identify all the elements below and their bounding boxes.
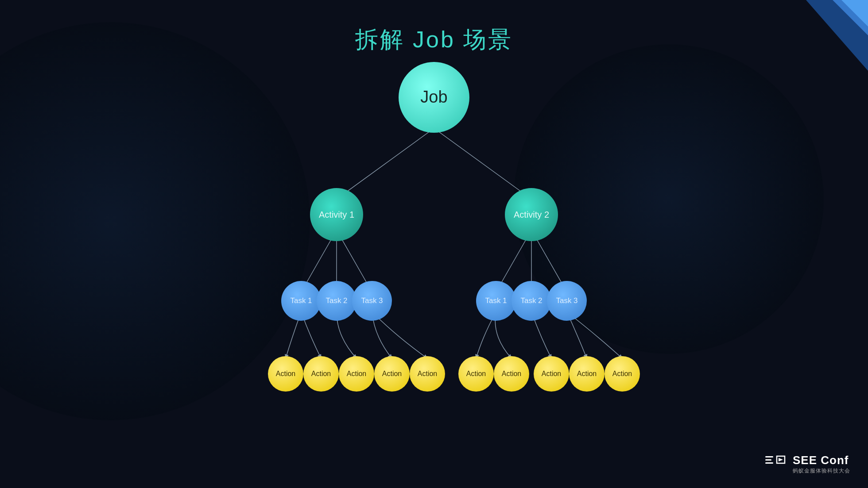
action-left-3: Action (339, 356, 374, 392)
action-left-1: Action (268, 356, 303, 392)
action-left-4: Action (374, 356, 410, 392)
page-title: 拆解 Job 场景 (355, 24, 513, 55)
task-right-3: Task 3 (547, 281, 587, 321)
action-right-5: Action (604, 356, 640, 392)
svg-rect-5 (765, 462, 773, 464)
see-conf-logo: SEE Conf 蚂蚁金服体验科技大会 (764, 453, 850, 475)
see-conf-subtitle: 蚂蚁金服体验科技大会 (793, 467, 850, 475)
activity2-node: Activity 2 (505, 188, 558, 241)
svg-rect-3 (765, 456, 773, 457)
activity1-node: Activity 1 (310, 188, 363, 241)
see-conf-text-block: SEE Conf 蚂蚁金服体验科技大会 (793, 453, 850, 475)
task-right-2: Task 2 (512, 281, 551, 321)
see-conf-title: SEE Conf (793, 453, 849, 467)
action-left-5: Action (410, 356, 445, 392)
task-right-1: Task 1 (476, 281, 516, 321)
see-conf-icon (764, 455, 787, 473)
task-left-3: Task 3 (352, 281, 392, 321)
task-left-1: Task 1 (281, 281, 321, 321)
action-right-4: Action (569, 356, 604, 392)
job-node: Job (399, 62, 469, 133)
task-left-2: Task 2 (317, 281, 356, 321)
action-left-2: Action (303, 356, 339, 392)
svg-rect-4 (765, 459, 771, 461)
corner-decoration (771, 0, 868, 97)
diagram-container: Job Activity 1 Activity 2 Task 1 Task 2 … (190, 58, 678, 456)
action-right-2: Action (494, 356, 529, 392)
action-right-1: Action (458, 356, 494, 392)
action-right-3: Action (534, 356, 569, 392)
